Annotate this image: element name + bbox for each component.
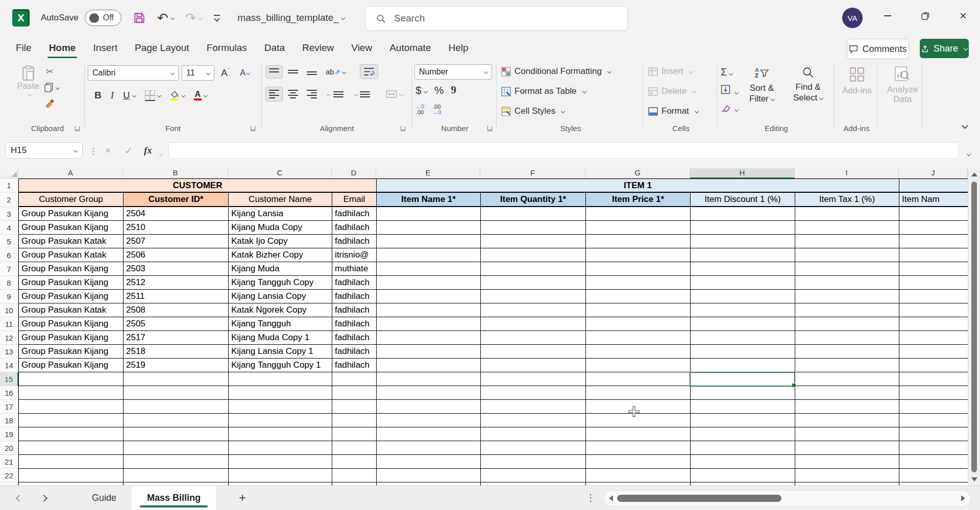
cell-r3c6[interactable] [586,207,691,221]
addins-button[interactable]: Add-ins [842,67,872,96]
row-header-15[interactable]: 15 [0,372,18,386]
cell-r6c5[interactable] [481,248,586,262]
cell-r3c7[interactable] [691,207,795,221]
column-header-H[interactable]: H [690,168,795,178]
row-header-20[interactable]: 20 [0,441,18,455]
cell-r14c9[interactable] [899,359,968,372]
align-left-button[interactable] [265,87,283,101]
cell-r6c8[interactable] [795,248,899,262]
cell-r9c6[interactable] [586,290,691,303]
cell-r7c5[interactable] [481,262,586,276]
column-header-J[interactable]: J [899,168,968,178]
number-dialog-launcher[interactable] [487,126,493,131]
cell-r15c1[interactable] [124,372,229,386]
cell-r5c7[interactable] [691,235,795,248]
number-format-select[interactable]: Number [414,64,492,80]
row-header-8[interactable]: 8 [0,276,18,290]
cell-r9c7[interactable] [691,290,795,303]
cell-r20c8[interactable] [795,441,899,455]
cell-r8c8[interactable] [795,276,899,290]
cell-r6c9[interactable] [899,248,968,262]
cell-r10c4[interactable] [377,303,481,317]
cell-r21c7[interactable] [691,455,795,469]
cell-r12c0[interactable]: Group Pasukan Kijang [19,331,124,345]
cell-r9c4[interactable] [377,290,481,303]
cell-styles-button[interactable]: Cell Styles [501,106,565,116]
ribbon-tab-page-layout[interactable]: Page Layout [126,36,198,60]
cell-r5c6[interactable] [586,235,691,248]
font-color-button[interactable]: A [190,87,211,104]
comma-style-button[interactable]: 9 [451,84,456,96]
cell-r1c2[interactable] [899,178,968,193]
cell-r16c1[interactable] [124,386,229,400]
cell-r19c5[interactable] [481,427,586,441]
cell-r21c0[interactable] [19,455,124,469]
cell-r2c4[interactable]: Item Name 1* [377,193,481,207]
cell-r5c9[interactable] [899,235,968,248]
cell-r18c5[interactable] [481,414,586,427]
cell-r4c5[interactable] [481,221,586,235]
column-header-F[interactable]: F [480,168,585,178]
add-sheet-button[interactable]: + [235,490,250,505]
font-size-select[interactable]: 11 [182,65,214,81]
cell-r4c1[interactable]: 2510 [124,221,229,235]
cell-r19c1[interactable] [124,427,229,441]
wrap-text-button[interactable] [360,64,378,79]
cell-r17c1[interactable] [124,400,229,414]
cell-r20c1[interactable] [124,441,229,455]
cell-r18c4[interactable] [377,414,481,427]
cell-r15c8[interactable] [795,372,899,386]
format-as-table-button[interactable]: Format as Table [501,86,586,96]
cell-r18c7[interactable] [691,414,795,427]
fill-button[interactable] [721,85,738,96]
cell-r5c8[interactable] [795,235,899,248]
cell-r12c7[interactable] [691,331,795,345]
cell-r10c2[interactable]: Katak Ngorek Copy [229,303,332,317]
cell-r4c6[interactable] [586,221,691,235]
cell-r8c6[interactable] [586,276,691,290]
cell-r1c0[interactable]: CUSTOMER [19,178,377,193]
cell-r16c2[interactable] [229,386,332,400]
cell-r10c7[interactable] [691,303,795,317]
sheet-bar-more-button[interactable]: ⋮ [586,492,596,503]
cell-r4c2[interactable]: Kijang Muda Copy [229,221,332,235]
cell-r16c5[interactable] [481,386,586,400]
cell-r13c9[interactable] [899,345,968,359]
ribbon-tab-home[interactable]: Home [40,36,85,60]
cell-r4c9[interactable] [899,221,968,235]
find-select-button[interactable]: Find & Select [793,66,823,103]
ribbon-tab-formulas[interactable]: Formulas [198,36,256,60]
column-header-B[interactable]: B [123,168,228,178]
cell-r9c8[interactable] [795,290,899,303]
cell-r8c2[interactable]: Kijang Tangguh Copy [229,276,332,290]
cell-r19c4[interactable] [377,427,481,441]
cell-r22c6[interactable] [586,469,691,482]
borders-button[interactable] [141,87,164,104]
cell-r20c0[interactable] [19,441,124,455]
middle-align-button[interactable] [284,67,302,76]
vertical-scrollbar[interactable] [968,168,980,486]
column-header-D[interactable]: D [332,168,376,178]
cell-r16c6[interactable] [586,386,691,400]
ribbon-tab-data[interactable]: Data [256,36,293,60]
clear-button[interactable] [721,104,738,114]
scroll-right-arrow[interactable] [961,495,965,501]
cell-r20c3[interactable] [332,441,377,455]
cell-r13c5[interactable] [481,345,586,359]
cell-r18c9[interactable] [899,414,968,427]
cell-r10c9[interactable] [899,303,968,317]
cell-r15c0[interactable] [19,372,124,386]
cell-r2c1[interactable]: Customer ID* [124,193,229,207]
cell-r5c0[interactable]: Group Pasukan Katak [19,235,124,248]
cell-r11c7[interactable] [691,317,795,331]
close-button[interactable]: × [951,0,975,32]
expand-formula-bar-button[interactable] [965,148,970,159]
paste-button[interactable]: Paste [13,65,43,96]
cell-r3c2[interactable]: Kijang Lansia [229,207,332,221]
cell-r15c3[interactable] [332,372,377,386]
cell-r16c4[interactable] [377,386,481,400]
vertical-scrollbar-thumb[interactable] [971,182,977,472]
cell-r17c0[interactable] [19,400,124,414]
undo-button[interactable]: ↶ [157,11,174,24]
cell-r13c2[interactable]: Kijang Lansia Copy 1 [229,345,332,359]
